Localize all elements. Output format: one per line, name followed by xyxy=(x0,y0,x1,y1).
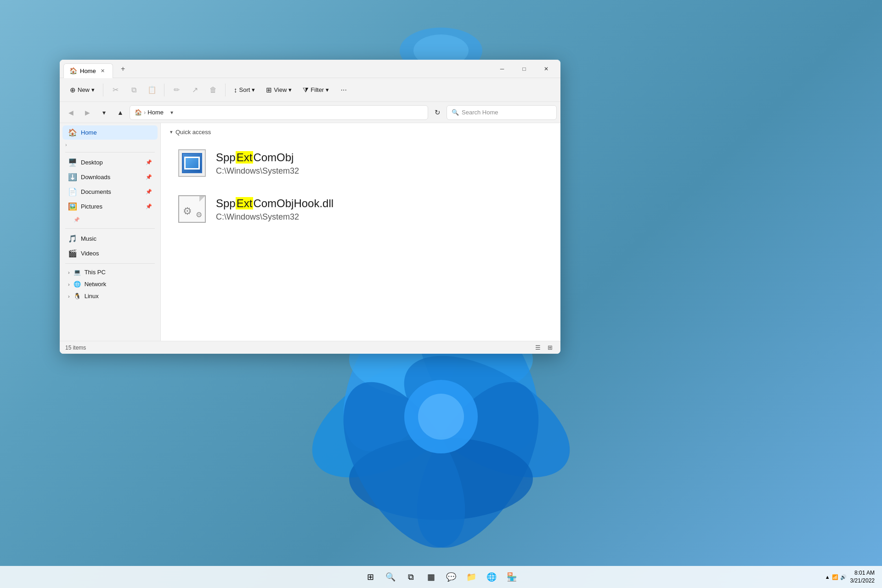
sidebar-documents-label: Documents xyxy=(81,188,111,195)
view-button[interactable]: ⊞ View ▾ xyxy=(261,83,296,97)
sidebar-downloads-label: Downloads xyxy=(81,174,110,181)
item-count: 15 items xyxy=(65,345,86,351)
svg-point-9 xyxy=(318,362,490,566)
toolbar-separator-3 xyxy=(225,84,226,96)
copy-button[interactable]: ⧉ xyxy=(125,82,142,98)
home-path-icon: 🏠 xyxy=(135,109,142,116)
videos-icon: 🎬 xyxy=(68,249,77,258)
maximize-button[interactable]: □ xyxy=(514,62,535,76)
view-icon: ⊞ xyxy=(266,86,272,94)
quick-access-header[interactable]: ▾ Quick access xyxy=(170,129,551,136)
taskbar-edge-button[interactable]: 🌐 xyxy=(482,568,501,586)
filter-button[interactable]: ⧩ Filter ▾ xyxy=(298,83,334,97)
linux-chevron: › xyxy=(68,294,70,299)
new-icon: ⊕ xyxy=(70,86,76,94)
search-placeholder: Search Home xyxy=(462,109,498,116)
result-name-before-2: Spp xyxy=(216,197,236,209)
sidebar-this-pc-label: This PC xyxy=(85,269,106,276)
result-text-2: SppExtComObjHook.dll C:\Windows\System32 xyxy=(216,196,544,222)
taskbar-store-button[interactable]: 🏪 xyxy=(503,568,521,586)
search-box[interactable]: 🔍 Search Home xyxy=(447,105,557,120)
music-icon: 🎵 xyxy=(68,234,77,243)
forward-button[interactable]: ▶ xyxy=(80,105,95,120)
sidebar-item-linux[interactable]: › 🐧 Linux xyxy=(62,290,158,302)
svg-point-8 xyxy=(349,437,533,520)
toolbar-separator-1 xyxy=(103,84,103,96)
sidebar-item-this-pc[interactable]: › 💻 This PC xyxy=(62,266,158,278)
up-button[interactable]: ▲ xyxy=(113,105,128,120)
sidebar-item-downloads[interactable]: ⬇️ Downloads 📌 xyxy=(62,170,158,184)
new-button[interactable]: ⊕ New ▾ xyxy=(65,83,99,97)
refresh-button[interactable]: ↻ xyxy=(430,105,445,120)
new-tab-button[interactable]: + xyxy=(117,62,130,75)
sidebar-videos-label: Videos xyxy=(81,250,99,257)
svg-point-6 xyxy=(384,331,589,502)
taskbar-center: ⊞ 🔍 ⧉ ▦ 💬 📁 🌐 🏪 xyxy=(361,568,521,586)
sidebar-item-music[interactable]: 🎵 Music xyxy=(62,232,158,246)
minimize-button[interactable]: ─ xyxy=(492,62,513,76)
search-icon: 🔍 xyxy=(452,109,459,116)
close-button[interactable]: ✕ xyxy=(536,62,557,76)
grid-view-button[interactable]: ⊞ xyxy=(545,343,555,353)
network-chevron: › xyxy=(68,282,70,287)
tab-home[interactable]: 🏠 Home ✕ xyxy=(63,63,113,78)
sidebar-divider-3 xyxy=(65,263,155,264)
taskbar-volume-icon: 🔊 xyxy=(840,574,847,580)
taskbar-clock[interactable]: 8:01 AM 3/21/2022 xyxy=(850,569,875,585)
sidebar-item-home[interactable]: 🏠 Home xyxy=(62,125,158,140)
more-button[interactable]: ··· xyxy=(335,82,352,98)
result-item-2[interactable]: ⚙ ⚙ SppExtComObjHook.dll C:\Windows\Syst… xyxy=(170,189,551,229)
content-area: 🏠 Home › 🖥️ Desktop 📌 ⬇️ Downloads 📌 📄 D… xyxy=(60,123,560,341)
pictures-pin-icon: 📌 xyxy=(146,204,152,209)
sidebar-item-documents[interactable]: 📄 Documents 📌 xyxy=(62,185,158,199)
path-segment-home: Home xyxy=(147,109,164,116)
taskbar-file-explorer-button[interactable]: 📁 xyxy=(462,568,481,586)
back-button[interactable]: ◀ xyxy=(63,105,78,120)
sidebar-item-network[interactable]: › 🌐 Network xyxy=(62,278,158,290)
quick-access-chevron: ▾ xyxy=(170,129,173,135)
paste-button[interactable]: 📋 xyxy=(144,82,160,98)
taskbar: ⊞ 🔍 ⧉ ▦ 💬 📁 🌐 🏪 ▲ 📶 🔊 8:01 AM 3/21/2022 xyxy=(0,566,882,588)
sidebar-item-pictures[interactable]: 🖼️ Pictures 📌 xyxy=(62,199,158,214)
sidebar-item-videos[interactable]: 🎬 Videos xyxy=(62,246,158,260)
filter-chevron: ▾ xyxy=(326,86,329,93)
taskbar-chat-button[interactable]: 💬 xyxy=(442,568,460,586)
status-bar: 15 items ☰ ⊞ xyxy=(60,341,560,354)
address-dropdown-button[interactable]: ▾ xyxy=(165,106,178,119)
documents-icon: 📄 xyxy=(68,187,77,196)
new-label: New xyxy=(78,86,90,93)
taskbar-search-button[interactable]: 🔍 xyxy=(381,568,400,586)
delete-button[interactable]: 🗑 xyxy=(205,82,221,98)
dll-gear1-icon: ⚙ xyxy=(183,205,192,217)
result-name-2: SppExtComObjHook.dll xyxy=(216,196,544,210)
view-label: View xyxy=(274,86,287,93)
view-chevron: ▾ xyxy=(288,86,292,93)
result-path-1: C:\Windows\System32 xyxy=(216,166,544,176)
result-item-1[interactable]: SppExtComObj C:\Windows\System32 xyxy=(170,143,551,183)
sidebar-item-desktop[interactable]: 🖥️ Desktop 📌 xyxy=(62,155,158,170)
taskbar-up-arrow-icon: ▲ xyxy=(825,574,830,580)
sort-label: Sort xyxy=(239,86,250,93)
taskbar-task-view-button[interactable]: ⧉ xyxy=(401,568,420,586)
share-button[interactable]: ↗ xyxy=(187,82,203,98)
svg-point-2 xyxy=(293,331,498,502)
history-button[interactable]: ▾ xyxy=(96,105,111,120)
sort-button[interactable]: ↕ Sort ▾ xyxy=(229,83,260,96)
taskbar-start-button[interactable]: ⊞ xyxy=(361,568,379,586)
tab-close-button[interactable]: ✕ xyxy=(99,67,107,75)
list-view-button[interactable]: ☰ xyxy=(533,343,543,353)
file-explorer-window: 🏠 Home ✕ + ─ □ ✕ ⊕ New ▾ ✂ ⧉ 📋 ✏ ↗ 🗑 ↕ S… xyxy=(60,60,560,354)
toolbar-separator-2 xyxy=(164,84,164,96)
result-path-2: C:\Windows\System32 xyxy=(216,212,544,222)
address-bar: ◀ ▶ ▾ ▲ 🏠 › Home ▾ ↻ 🔍 Search Home xyxy=(60,102,560,123)
address-path[interactable]: 🏠 › Home ▾ xyxy=(130,105,428,120)
svg-point-11 xyxy=(418,394,464,440)
rename-button[interactable]: ✏ xyxy=(168,82,185,98)
taskbar-widgets-button[interactable]: ▦ xyxy=(422,568,440,586)
result-text-1: SppExtComObj C:\Windows\System32 xyxy=(216,150,544,176)
sidebar-expand-button[interactable]: › xyxy=(60,140,160,149)
sidebar-divider-1 xyxy=(65,152,155,153)
pictures-icon: 🖼️ xyxy=(68,202,77,211)
home-tab-icon: 🏠 xyxy=(69,67,77,74)
cut-button[interactable]: ✂ xyxy=(107,82,124,98)
